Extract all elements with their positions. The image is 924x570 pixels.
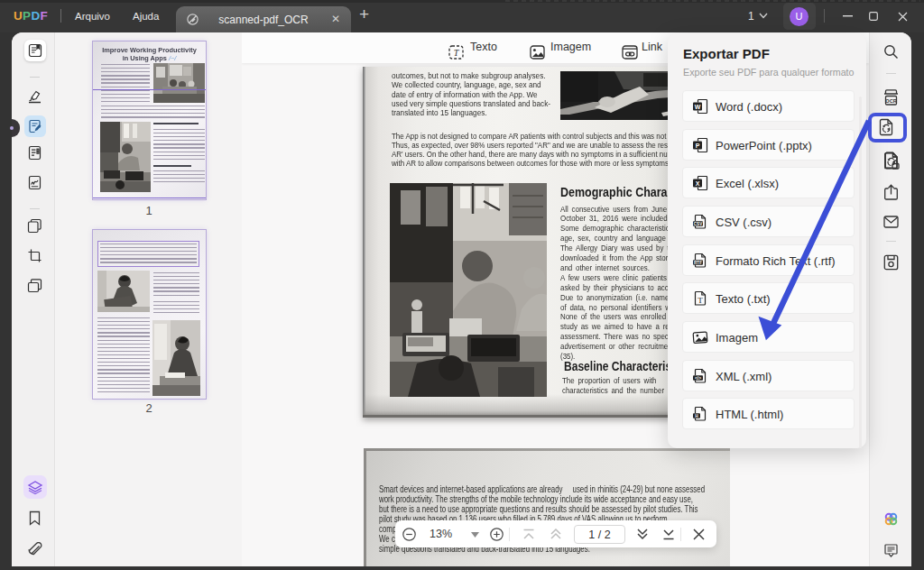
svg-text:X: X: [696, 180, 700, 187]
svg-text:OCR: OCR: [885, 98, 896, 104]
svg-text:T: T: [454, 48, 460, 58]
svg-text:T: T: [698, 296, 703, 305]
svg-text:CSV: CSV: [694, 222, 703, 226]
svg-text:H: H: [695, 414, 698, 418]
svg-text:P: P: [696, 142, 700, 149]
svg-text:</>: </>: [695, 375, 701, 381]
svg-text:RTF: RTF: [694, 261, 702, 265]
svg-text:W: W: [695, 104, 701, 110]
